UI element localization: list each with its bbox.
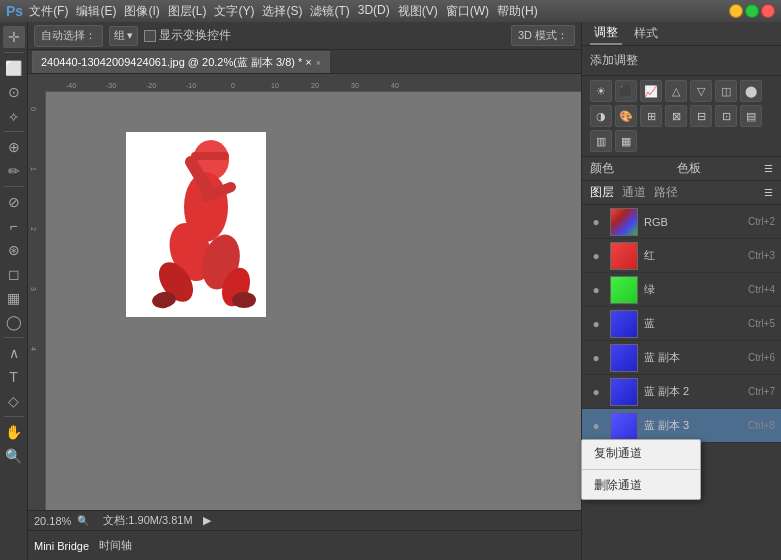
hand-tool[interactable]: ✋ [3,421,25,443]
layer-row-blue[interactable]: ● 蓝 Ctrl+5 [582,307,781,341]
gradient-tool[interactable]: ▦ [3,287,25,309]
menu-help[interactable]: 帮助(H) [497,3,538,20]
vibrance-icon[interactable]: ▽ [690,80,712,102]
layer-row-red[interactable]: ● 红 Ctrl+3 [582,239,781,273]
color-lookup-icon[interactable]: ⊠ [665,105,687,127]
eye-icon-rgb[interactable]: ● [588,214,604,230]
eye-icon-blue-copy[interactable]: ● [588,350,604,366]
layer-thumb-green [610,276,638,304]
layer-shortcut-blue-copy3: Ctrl+8 [748,420,775,431]
right-panel: 调整 样式 添加调整 ☀ ⬛ 📈 △ ▽ ◫ ⬤ ◑ 🎨 ⊞ ⊠ ⊟ ⊡ ▤ ▥… [581,22,781,560]
adjustment-header: 调整 样式 [582,22,781,46]
eyedropper-tool[interactable]: ✏ [3,160,25,182]
selective-color-icon[interactable]: ▦ [615,130,637,152]
menu-file[interactable]: 文件(F) [29,3,68,20]
crop-tool[interactable]: ⊕ [3,136,25,158]
gradient-map-icon[interactable]: ▥ [590,130,612,152]
eye-icon-red[interactable]: ● [588,248,604,264]
menu-window[interactable]: 窗口(W) [446,3,489,20]
group-dropdown[interactable]: 组 ▾ [109,26,138,46]
close-button[interactable] [761,4,775,18]
layer-thumb-red [610,242,638,270]
eraser-tool[interactable]: ◻ [3,263,25,285]
clone-tool[interactable]: ⊛ [3,239,25,261]
color-label[interactable]: 颜色 [590,160,614,177]
ctx-delete-channel[interactable]: 删除通道 [582,472,700,499]
magic-wand-tool[interactable]: ⟡ [3,105,25,127]
eye-icon-blue-copy2[interactable]: ● [588,384,604,400]
canvas-inner[interactable] [46,92,581,510]
menu-image[interactable]: 图像(I) [124,3,159,20]
tab-channels[interactable]: 通道 [622,184,646,201]
toolbar-separator-5 [4,416,24,417]
photo-filter-icon[interactable]: 🎨 [615,105,637,127]
tab-layers[interactable]: 图层 [590,184,614,201]
transform-checkbox[interactable]: 显示变换控件 [144,27,231,44]
layer-row-green[interactable]: ● 绿 Ctrl+4 [582,273,781,307]
lasso-tool[interactable]: ⊙ [3,81,25,103]
layer-name-blue-copy2: 蓝 副本 2 [644,384,742,399]
menu-filter[interactable]: 滤镜(T) [310,3,349,20]
tab-close-button[interactable]: × [316,58,321,68]
bw-icon[interactable]: ◑ [590,105,612,127]
curves-icon[interactable]: 📈 [640,80,662,102]
color-balance-icon[interactable]: ⬤ [740,80,762,102]
layer-thumb-blue-copy3 [610,412,638,440]
document-tab[interactable]: 240440-13042009424061.jpg @ 20.2%(蓝 副本 3… [32,51,330,73]
brush-tool[interactable]: ⌐ [3,215,25,237]
timeline-tab[interactable]: 时间轴 [99,538,132,553]
layer-row-blue-copy3[interactable]: ● 蓝 副本 3 Ctrl+8 [582,409,781,443]
levels-icon[interactable]: ⬛ [615,80,637,102]
canvas-area[interactable]: -40 -30 -20 -10 0 10 20 30 40 0 1 2 3 4 [28,74,581,510]
transform-checkbox-box[interactable] [144,30,156,42]
menu-text[interactable]: 文字(Y) [214,3,254,20]
auto-select-toggle[interactable]: 自动选择： [34,25,103,47]
invert-icon[interactable]: ⊟ [690,105,712,127]
ctx-separator [582,469,700,470]
menu-view[interactable]: 视图(V) [398,3,438,20]
eye-icon-blue[interactable]: ● [588,316,604,332]
image-canvas [126,132,266,317]
panel-menu-icon[interactable]: ☰ [764,163,773,174]
heal-tool[interactable]: ⊘ [3,191,25,213]
menu-select[interactable]: 选择(S) [262,3,302,20]
layers-menu-icon[interactable]: ☰ [764,187,773,198]
ctx-copy-channel[interactable]: 复制通道 [582,440,700,467]
doc-info: 文档:1.90M/3.81M [103,513,192,528]
threshold-icon[interactable]: ▤ [740,105,762,127]
menu-3d[interactable]: 3D(D) [358,3,390,20]
swatches-label[interactable]: 色板 [677,160,701,177]
maximize-button[interactable] [745,4,759,18]
exposure-icon[interactable]: △ [665,80,687,102]
tab-style[interactable]: 样式 [630,23,662,44]
dodge-tool[interactable]: ◯ [3,311,25,333]
center-area: 自动选择： 组 ▾ 显示变换控件 3D 模式： 240440-130420094… [28,22,581,560]
tab-filename: 240440-13042009424061.jpg @ 20.2%(蓝 副本 3… [41,55,312,70]
mini-bridge-tab[interactable]: Mini Bridge [34,540,89,552]
text-tool[interactable]: T [3,366,25,388]
minimize-button[interactable] [729,4,743,18]
menu-edit[interactable]: 编辑(E) [76,3,116,20]
zoom-level: 20.18% [34,515,71,527]
hue-saturation-icon[interactable]: ◫ [715,80,737,102]
brightness-contrast-icon[interactable]: ☀ [590,80,612,102]
channel-mixer-icon[interactable]: ⊞ [640,105,662,127]
horizontal-ruler: -40 -30 -20 -10 0 10 20 30 40 [46,74,581,92]
shape-tool[interactable]: ◇ [3,390,25,412]
layer-row-blue-copy[interactable]: ● 蓝 副本 Ctrl+6 [582,341,781,375]
eye-icon-green[interactable]: ● [588,282,604,298]
marquee-tool[interactable]: ⬜ [3,57,25,79]
menu-layer[interactable]: 图层(L) [168,3,207,20]
tab-adjustment[interactable]: 调整 [590,22,622,45]
posterize-icon[interactable]: ⊡ [715,105,737,127]
tab-bar: 240440-13042009424061.jpg @ 20.2%(蓝 副本 3… [28,50,581,74]
zoom-tool[interactable]: 🔍 [3,445,25,467]
layer-row-rgb[interactable]: ● RGB Ctrl+2 [582,205,781,239]
pen-tool[interactable]: ∧ [3,342,25,364]
layer-row-blue-copy2[interactable]: ● 蓝 副本 2 Ctrl+7 [582,375,781,409]
tab-paths[interactable]: 路径 [654,184,678,201]
menu-bar-top: 文件(F) 编辑(E) 图像(I) 图层(L) 文字(Y) 选择(S) 滤镜(T… [29,3,538,20]
eye-icon-blue-copy3[interactable]: ● [588,418,604,434]
move-tool[interactable]: ✛ [3,26,25,48]
vertical-ruler: 0 1 2 3 4 [28,92,46,510]
